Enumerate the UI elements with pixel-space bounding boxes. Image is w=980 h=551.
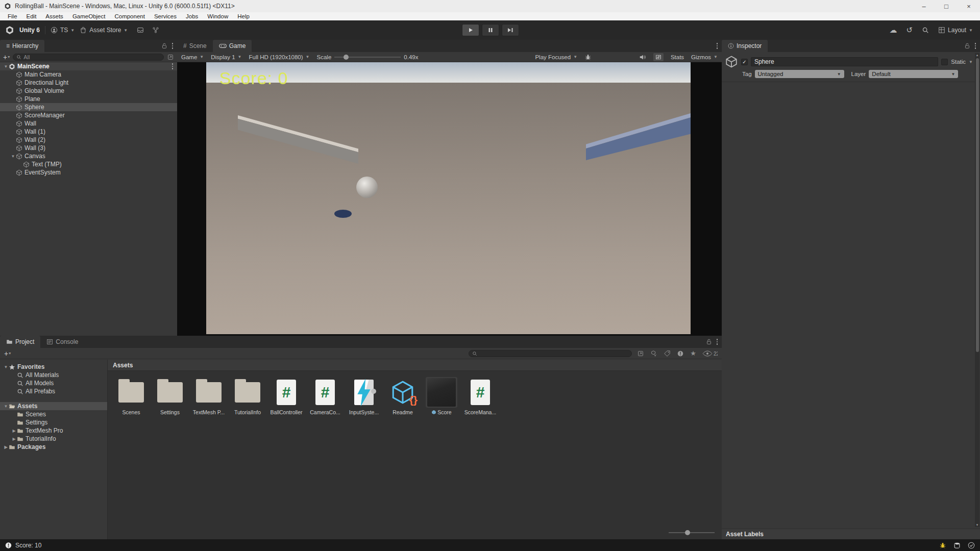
resolution-dropdown[interactable]: Full HD (980x551)▼ <box>249 54 309 60</box>
expander-icon[interactable]: ▶ <box>11 437 17 441</box>
hierarchy-item-wall-3-[interactable]: Wall (3) <box>0 144 177 152</box>
expander-icon[interactable]: ▼ <box>10 154 16 159</box>
project-tree-all-prefabs[interactable]: All Prefabs <box>0 387 107 395</box>
cloud-icon[interactable]: ☁ <box>889 26 897 35</box>
expander-icon[interactable]: ▶ <box>11 429 17 433</box>
vsync-icon[interactable] <box>653 53 664 61</box>
game-viewport[interactable]: Score: 0 <box>177 62 722 336</box>
close-button[interactable]: × <box>958 0 980 12</box>
create-asset-button[interactable]: +▾ <box>4 349 11 358</box>
game-target-dropdown[interactable]: Game▼ <box>181 54 204 60</box>
hierarchy-item-plane[interactable]: Plane <box>0 95 177 103</box>
menu-services[interactable]: Services <box>150 13 181 19</box>
asset-item-ballcontroller[interactable]: #BallController <box>268 377 305 415</box>
tab-hierarchy[interactable]: ≡ Hierarchy <box>0 40 44 52</box>
step-button[interactable] <box>502 24 519 36</box>
scroll-up-icon[interactable]: ▲ <box>975 54 979 57</box>
download-manager-icon[interactable] <box>137 27 144 34</box>
tab-console[interactable]: Console <box>40 336 84 348</box>
hierarchy-item-text-tmp-[interactable]: Text (TMP) <box>0 160 177 168</box>
kebab-menu-icon[interactable] <box>172 63 174 69</box>
hierarchy-item-wall[interactable]: Wall <box>0 119 177 128</box>
thumbnail-size-slider[interactable] <box>669 530 715 535</box>
static-checkbox[interactable] <box>941 59 948 65</box>
layer-dropdown[interactable]: Default▼ <box>869 70 958 78</box>
hierarchy-item-wall-2-[interactable]: Wall (2) <box>0 136 177 144</box>
asset-item-cameraco-[interactable]: #CameraCo... <box>307 377 344 415</box>
asset-labels-bar[interactable]: Asset Labels <box>722 529 980 539</box>
project-search-input[interactable] <box>469 350 632 357</box>
scale-slider[interactable] <box>334 57 401 58</box>
kebab-menu-icon[interactable] <box>975 43 976 49</box>
kebab-menu-icon[interactable] <box>172 43 174 49</box>
scroll-down-icon[interactable]: ▼ <box>975 523 979 527</box>
package-filter-icon[interactable] <box>650 350 657 357</box>
tab-game[interactable]: Game <box>213 40 252 52</box>
kebab-menu-icon[interactable] <box>717 339 718 345</box>
history-icon[interactable]: ↺ <box>906 26 913 35</box>
project-tree-all-materials[interactable]: All Materials <box>0 371 107 379</box>
expander-icon[interactable]: ▼ <box>3 404 9 409</box>
play-focused-dropdown[interactable]: Play Focused▼ <box>535 54 577 60</box>
favorites-star-icon[interactable]: ★ <box>690 349 696 357</box>
search-by-type-icon[interactable] <box>637 350 644 357</box>
log-info-icon[interactable] <box>5 542 12 549</box>
hierarchy-item-global-volume[interactable]: Global Volume <box>0 87 177 95</box>
kebab-menu-icon[interactable] <box>717 43 718 49</box>
menu-file[interactable]: File <box>3 13 22 19</box>
project-tree-packages[interactable]: ▶Packages <box>0 443 107 451</box>
hierarchy-item-scoremanager[interactable]: ScoreManager <box>0 111 177 119</box>
hierarchy-item-canvas[interactable]: ▼Canvas <box>0 152 177 160</box>
project-tree-all-models[interactable]: All Models <box>0 379 107 387</box>
display-dropdown[interactable]: Display 1▼ <box>211 54 241 60</box>
project-tree-textmesh-pro[interactable]: ▶TextMesh Pro <box>0 427 107 435</box>
debugger-bug-icon[interactable] <box>939 542 946 549</box>
search-by-type-icon[interactable] <box>167 54 174 61</box>
search-icon[interactable] <box>922 27 929 34</box>
pause-button[interactable] <box>482 24 499 36</box>
project-tree-assets[interactable]: ▼Assets <box>0 402 107 410</box>
label-filter-icon[interactable] <box>664 350 671 357</box>
hierarchy-item-mainscene[interactable]: ▼MainScene <box>0 62 177 70</box>
asset-store-dropdown[interactable]: Asset Store▼ <box>80 27 128 34</box>
tab-project[interactable]: Project <box>0 336 40 348</box>
menu-window[interactable]: Window <box>203 13 233 19</box>
breadcrumb[interactable]: Assets <box>108 360 722 371</box>
lock-icon[interactable] <box>705 338 713 345</box>
hierarchy-item-sphere[interactable]: Sphere <box>0 103 177 111</box>
minimize-button[interactable]: – <box>913 0 935 12</box>
menu-component[interactable]: Component <box>110 13 149 19</box>
lock-icon[interactable] <box>964 42 971 49</box>
asset-item-scoremana-[interactable]: #ScoreMana... <box>462 377 499 415</box>
cache-server-icon[interactable] <box>953 542 961 549</box>
asset-item-textmesh-p-[interactable]: TextMesh P... <box>190 377 227 415</box>
unresolved-filter-icon[interactable] <box>677 350 684 357</box>
asset-item-inputsyste-[interactable]: InputSyste... <box>346 377 382 415</box>
expander-icon[interactable]: ▼ <box>3 365 9 369</box>
stats-button[interactable]: Stats <box>671 54 684 60</box>
project-tree-tutorialinfo[interactable]: ▶TutorialInfo <box>0 435 107 443</box>
gizmos-dropdown[interactable]: Gizmos▼ <box>691 54 718 60</box>
static-dropdown-caret[interactable]: ▼ <box>969 60 973 64</box>
layout-dropdown[interactable]: Layout▼ <box>938 27 973 34</box>
project-tree-scenes[interactable]: Scenes <box>0 410 107 418</box>
tab-scene[interactable]: # Scene <box>177 40 213 52</box>
version-control-icon[interactable] <box>152 27 159 34</box>
expander-icon[interactable]: ▼ <box>3 64 9 69</box>
menu-gameobject[interactable]: GameObject <box>68 13 110 19</box>
asset-item-settings[interactable]: Settings <box>152 377 188 415</box>
tag-dropdown[interactable]: Untagged▼ <box>755 70 844 78</box>
inspector-scrollbar[interactable]: ▲ ▼ <box>975 53 979 527</box>
menu-edit[interactable]: Edit <box>22 13 41 19</box>
asset-item-scenes[interactable]: Scenes <box>113 377 150 415</box>
gameobject-name-field[interactable]: Sphere <box>751 57 938 66</box>
asset-item-tutorialinfo[interactable]: TutorialInfo <box>229 377 266 415</box>
tab-inspector[interactable]: Inspector <box>722 40 768 52</box>
mute-audio-icon[interactable] <box>639 54 646 61</box>
maximize-button[interactable]: □ <box>935 0 958 12</box>
asset-item-readme[interactable]: {}Readme <box>384 377 421 415</box>
active-checkbox[interactable]: ✓ <box>741 59 748 65</box>
hierarchy-search-input[interactable]: All <box>13 54 164 61</box>
progress-check-icon[interactable] <box>968 542 975 549</box>
account-dropdown[interactable]: TS▼ <box>51 27 75 34</box>
